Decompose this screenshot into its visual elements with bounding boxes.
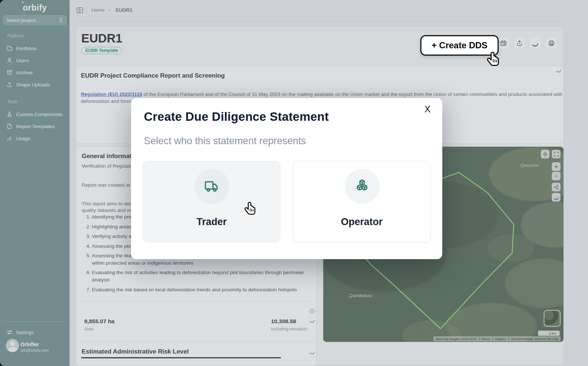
- cursor-hand-icon: [243, 201, 258, 217]
- truck-icon: [204, 178, 220, 195]
- icon-circle: [345, 169, 380, 204]
- modal-title: Create Due Diligence Statement: [144, 110, 329, 124]
- cubes-icon: [353, 178, 371, 195]
- trader-option-card[interactable]: Trader: [143, 161, 280, 242]
- create-dds-modal: Create Due Diligence Statement X Select …: [131, 98, 442, 259]
- screenshot-stage: orbify Select project... Platform Portfo…: [0, 0, 588, 366]
- operator-option-card[interactable]: Operator: [293, 161, 431, 242]
- modal-subtitle: Select who this statement represents: [144, 135, 306, 147]
- cursor-hand-icon: [485, 51, 502, 69]
- operator-label: Operator: [293, 216, 430, 228]
- icon-circle: [194, 169, 230, 204]
- trader-label: Trader: [143, 216, 280, 228]
- close-button[interactable]: X: [424, 104, 431, 115]
